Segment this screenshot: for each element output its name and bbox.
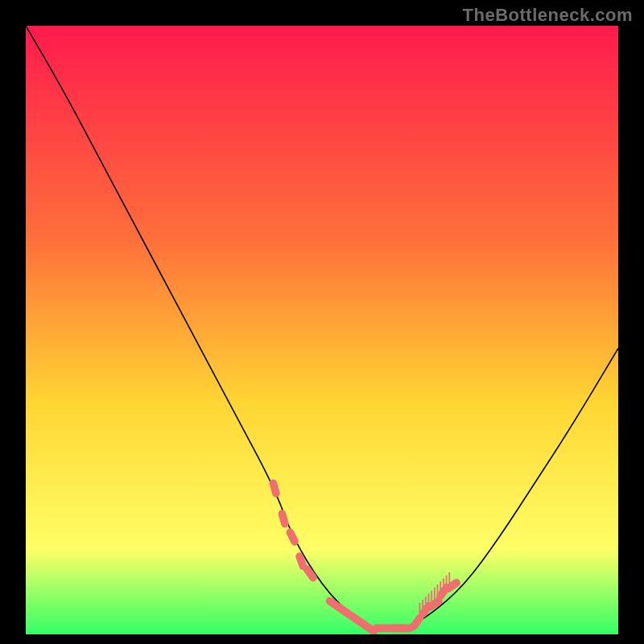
bottleneck-chart (26, 26, 618, 634)
chart-container: TheBottleneck.com (0, 0, 644, 644)
watermark-text: TheBottleneck.com (463, 5, 633, 26)
gradient-background (26, 26, 618, 634)
